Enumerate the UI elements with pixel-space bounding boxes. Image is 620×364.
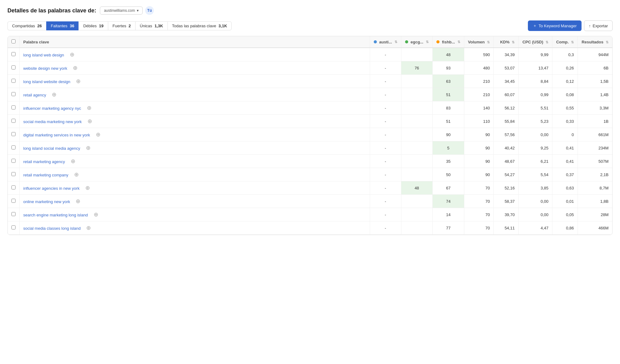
tab-todas[interactable]: Todas las palabras clave 3,1K xyxy=(167,21,232,30)
row-egcg-cell xyxy=(401,128,432,141)
tab-unicas[interactable]: Únicas 1,3K xyxy=(135,21,167,30)
keyword-link[interactable]: social media classes long island xyxy=(23,226,81,231)
keyword-link[interactable]: social media marketing new york xyxy=(23,119,82,124)
keyword-link[interactable]: long island social media agency xyxy=(23,146,80,151)
keyword-link[interactable]: influencer agencies in new york xyxy=(23,186,79,191)
row-fishb-cell: 77 xyxy=(432,221,464,235)
row-checkbox[interactable] xyxy=(11,79,16,83)
header-austi: austi... ⇅ xyxy=(370,36,401,48)
kd-value: 40,42 xyxy=(505,146,515,150)
action-buttons: ＋ To Keyword Manager ↑ Exportar xyxy=(528,20,613,31)
row-results-cell: 1B xyxy=(578,115,612,128)
add-keyword-button[interactable]: ⊕ xyxy=(86,118,93,125)
row-volume-cell: 480 xyxy=(464,61,494,75)
row-checkbox[interactable] xyxy=(11,212,16,216)
add-keyword-button[interactable]: ⊕ xyxy=(86,104,93,111)
add-keyword-button[interactable]: ⊕ xyxy=(51,91,58,98)
sort-cpc-icon[interactable]: ⇅ xyxy=(546,40,548,44)
select-all-checkbox[interactable] xyxy=(11,39,16,43)
add-keyword-button[interactable]: ⊕ xyxy=(72,64,79,71)
keyword-link[interactable]: website design new york xyxy=(23,66,67,71)
export-button[interactable]: ↑ Exportar xyxy=(584,20,613,31)
row-checkbox[interactable] xyxy=(11,172,16,176)
row-comp-cell: 0 xyxy=(552,128,578,141)
sort-egcg-icon[interactable]: ⇅ xyxy=(426,40,429,44)
row-results-cell: 944M xyxy=(578,48,612,61)
table-row: long island social media agency ⊕ - 5 90… xyxy=(8,141,612,155)
add-keyword-button[interactable]: ⊕ xyxy=(95,131,102,138)
add-keyword-button[interactable]: ⊕ xyxy=(75,78,82,85)
tab-fuertes[interactable]: Fuertes 2 xyxy=(108,21,135,30)
row-checkbox[interactable] xyxy=(11,199,16,203)
volume-value: 70 xyxy=(485,212,490,217)
row-cpc-cell: 4,47 xyxy=(519,221,552,235)
sort-results-icon[interactable]: ⇅ xyxy=(606,40,609,44)
keyword-link[interactable]: long island website design xyxy=(23,79,70,84)
row-checkbox[interactable] xyxy=(11,185,16,189)
keyword-link[interactable]: retail marketing company xyxy=(23,173,68,177)
row-comp-cell: 0,01 xyxy=(552,195,578,208)
row-checkbox[interactable] xyxy=(11,159,16,163)
tab-debiles[interactable]: Débiles 19 xyxy=(78,21,108,30)
add-keyword-button[interactable]: ⊕ xyxy=(84,184,91,191)
fishb-value: 67 xyxy=(446,186,450,190)
row-austi-cell: - xyxy=(370,115,401,128)
add-keyword-button[interactable]: ⊕ xyxy=(74,198,82,205)
keyword-link[interactable]: influencer marketing agency nyc xyxy=(23,106,81,111)
add-keyword-button[interactable]: ⊕ xyxy=(69,158,77,165)
volume-value: 210 xyxy=(483,92,490,97)
keyword-link[interactable]: digital marketing services in new york xyxy=(23,133,90,137)
row-results-cell: 1,4B xyxy=(578,88,612,101)
row-egcg-cell xyxy=(401,155,432,168)
austi-value: - xyxy=(385,199,386,204)
row-checkbox[interactable] xyxy=(11,145,16,149)
sort-fishb-icon[interactable]: ⇅ xyxy=(457,40,460,44)
row-checkbox[interactable] xyxy=(11,65,16,69)
row-keyword-cell: retail marketing company ⊕ xyxy=(20,168,370,181)
row-checkbox[interactable] xyxy=(11,119,16,123)
row-fishb-cell: 35 xyxy=(432,155,464,168)
add-keyword-button[interactable]: ⊕ xyxy=(69,51,76,58)
row-checkbox[interactable] xyxy=(11,52,16,56)
keywords-table: Palabra clave austi... ⇅ egcg... xyxy=(8,36,612,235)
row-kd-cell: 60,07 xyxy=(494,88,519,101)
row-fishb-cell: 48 xyxy=(432,48,464,61)
sort-austi-icon[interactable]: ⇅ xyxy=(395,40,397,44)
volume-value: 590 xyxy=(483,52,490,57)
results-value: 507M xyxy=(598,159,609,164)
domain-selector[interactable]: austinwilliams.com ▾ xyxy=(100,7,143,15)
sort-kd-icon[interactable]: ⇅ xyxy=(512,40,515,44)
keyword-link[interactable]: long island web design xyxy=(23,53,64,57)
austi-value: - xyxy=(385,212,386,217)
row-austi-cell: - xyxy=(370,195,401,208)
row-comp-cell: 0,63 xyxy=(552,181,578,195)
tab-compartidas[interactable]: Compartidas 26 xyxy=(7,21,46,30)
row-volume-cell: 70 xyxy=(464,181,494,195)
add-keyword-button[interactable]: ⊕ xyxy=(73,171,80,178)
austi-value: - xyxy=(385,146,386,150)
add-keyword-button[interactable]: ⊕ xyxy=(85,144,92,151)
row-checkbox[interactable] xyxy=(11,92,16,96)
add-keyword-button[interactable]: ⊕ xyxy=(92,211,100,218)
tab-faltantes[interactable]: Faltantes 36 xyxy=(46,21,79,30)
table-header-row: Palabra clave austi... ⇅ egcg... xyxy=(8,36,612,48)
keyword-manager-button[interactable]: ＋ To Keyword Manager xyxy=(528,20,582,31)
sort-volume-icon[interactable]: ⇅ xyxy=(487,40,490,44)
row-results-cell: 2,1B xyxy=(578,168,612,181)
table-row: retail agency ⊕ - 51 210 60,07 0,99 0,08… xyxy=(8,88,612,101)
keyword-link[interactable]: retail marketing agency xyxy=(23,159,65,164)
row-checkbox[interactable] xyxy=(11,132,16,136)
keyword-link[interactable]: retail agency xyxy=(23,93,46,97)
comp-value: 0 xyxy=(572,132,574,137)
header: Detalles de las palabras clave de: austi… xyxy=(7,6,613,15)
sort-comp-icon[interactable]: ⇅ xyxy=(571,40,574,44)
row-keyword-cell: long island website design ⊕ xyxy=(20,75,370,88)
row-egcg-cell xyxy=(401,221,432,235)
row-checkbox[interactable] xyxy=(11,105,16,109)
row-cpc-cell: 5,23 xyxy=(519,115,552,128)
keyword-link[interactable]: search engine marketing long island xyxy=(23,213,88,217)
add-keyword-button[interactable]: ⊕ xyxy=(85,224,92,231)
keyword-link[interactable]: online marketing new york xyxy=(23,199,70,204)
row-egcg-cell xyxy=(401,48,432,61)
row-checkbox[interactable] xyxy=(11,225,16,229)
